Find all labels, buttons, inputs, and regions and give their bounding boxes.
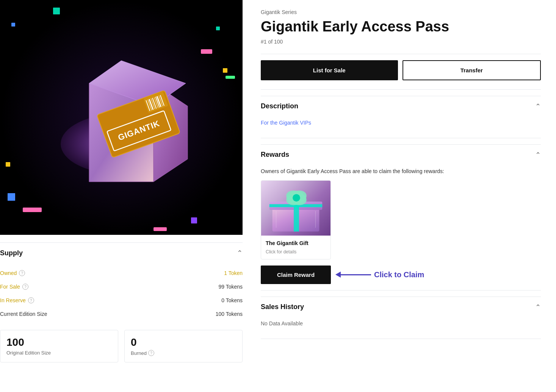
burned-edition-number: 0 (131, 336, 236, 348)
sales-history-section: Sales History ⌃ No Data Available (261, 297, 541, 333)
arrow-line (341, 274, 371, 275)
decoration-square (53, 8, 60, 14)
supply-chevron-icon: ⌃ (237, 249, 243, 257)
right-panel: Gigantik Series Gigantik Early Access Pa… (243, 0, 556, 392)
click-to-claim-annotation: Click to Claim (335, 270, 424, 279)
original-edition-box: 100 Original Edition Size (0, 330, 118, 362)
decoration-square (201, 49, 212, 54)
reward-card-image (261, 181, 330, 236)
decoration-square (191, 217, 197, 223)
divider-3 (261, 138, 541, 138)
decoration-square (6, 162, 10, 167)
help-icon-in-reserve[interactable]: ? (28, 297, 34, 303)
description-header[interactable]: Description ⌃ (261, 96, 541, 117)
sales-history-title: Sales History (261, 303, 304, 311)
left-panel: GIGANTIK Supply ⌃ Owned ? (0, 0, 243, 392)
reward-cards: The Gigantik Gift Click for details (261, 180, 541, 259)
click-to-claim-text: Click to Claim (374, 270, 424, 279)
decoration-square (226, 76, 235, 79)
claim-reward-button[interactable]: Claim Reward (261, 265, 331, 284)
supply-row-in-reserve: In Reserve ? 0 Tokens (0, 294, 243, 307)
supply-label-owned: Owned ? (0, 270, 25, 276)
supply-label-in-reserve: In Reserve ? (0, 297, 34, 303)
rewards-header[interactable]: Rewards ⌃ (261, 144, 541, 165)
rewards-title: Rewards (261, 151, 289, 159)
list-for-sale-button[interactable]: List for Sale (261, 60, 398, 80)
supply-label-for-sale: For Sale ? (0, 284, 28, 290)
supply-section: Supply ⌃ Owned ? 1 Token For Sale ? (0, 235, 243, 369)
supply-section-title: Supply (0, 249, 23, 257)
transfer-button[interactable]: Transfer (403, 60, 541, 80)
sales-history-header[interactable]: Sales History ⌃ (261, 297, 541, 317)
original-edition-number: 100 (6, 336, 112, 348)
divider-5 (261, 339, 541, 339)
supply-row-current-edition: Current Edition Size 100 Tokens (0, 307, 243, 321)
svg-point-24 (293, 194, 300, 201)
nft-image-container: GIGANTIK (0, 0, 243, 235)
supply-row-owned: Owned ? 1 Token (0, 266, 243, 280)
supply-value-current-edition: 100 Tokens (216, 311, 243, 317)
help-icon-burned[interactable]: ? (148, 350, 154, 356)
divider-2 (261, 89, 541, 90)
action-buttons: List for Sale Transfer (261, 60, 541, 80)
decoration-square (153, 227, 167, 231)
edition-boxes: 100 Original Edition Size 0 Burned ? (0, 330, 243, 369)
decoration-square (23, 208, 42, 212)
description-title: Description (261, 102, 298, 110)
no-data-text: No Data Available (261, 317, 541, 333)
supply-section-header[interactable]: Supply ⌃ (0, 242, 243, 263)
reward-card-gigantik-gift: The Gigantik Gift Click for details (261, 180, 331, 259)
supply-label-current-edition: Current Edition Size (0, 311, 47, 317)
claim-area: Claim Reward Click to Claim (261, 265, 541, 284)
edition-number: #1 of 100 (261, 39, 541, 45)
burned-edition-label: Burned ? (131, 350, 236, 356)
reward-card-link[interactable]: Click for details (266, 249, 326, 255)
original-edition-label: Original Edition Size (6, 350, 112, 356)
burned-edition-box: 0 Burned ? (124, 330, 243, 362)
description-section: Description ⌃ For the Gigantik VIPs (261, 96, 541, 132)
arrow-head-icon (335, 272, 341, 278)
decoration-square (216, 27, 220, 30)
supply-value-for-sale: 99 Tokens (218, 284, 243, 290)
supply-row-for-sale: For Sale ? 99 Tokens (0, 280, 243, 294)
rewards-section: Rewards ⌃ Owners of Gigantik Early Acces… (261, 144, 541, 284)
decoration-square (11, 23, 15, 27)
reward-card-body: The Gigantik Gift Click for details (261, 236, 330, 259)
rewards-chevron-icon: ⌃ (535, 151, 541, 159)
divider-4 (261, 290, 541, 290)
help-icon-for-sale[interactable]: ? (22, 284, 28, 290)
description-chevron-icon: ⌃ (535, 102, 541, 111)
series-label: Gigantik Series (261, 9, 541, 15)
nft-title: Gigantik Early Access Pass (261, 18, 541, 36)
supply-value-in-reserve: 0 Tokens (221, 297, 243, 303)
help-icon-owned[interactable]: ? (19, 270, 25, 276)
rewards-description: Owners of Gigantik Early Access Pass are… (261, 168, 541, 174)
decoration-square (8, 193, 15, 201)
description-text: For the Gigantik VIPs (261, 117, 541, 132)
supply-rows: Owned ? 1 Token For Sale ? 99 Tokens (0, 263, 243, 327)
nft-cube-image: GIGANTIK (42, 38, 201, 197)
divider-1 (261, 54, 541, 54)
supply-value-owned: 1 Token (224, 270, 243, 276)
reward-card-title: The Gigantik Gift (266, 240, 326, 246)
decoration-square (223, 68, 227, 73)
arrow-annotation (335, 272, 371, 278)
sales-history-chevron-icon: ⌃ (535, 303, 541, 311)
